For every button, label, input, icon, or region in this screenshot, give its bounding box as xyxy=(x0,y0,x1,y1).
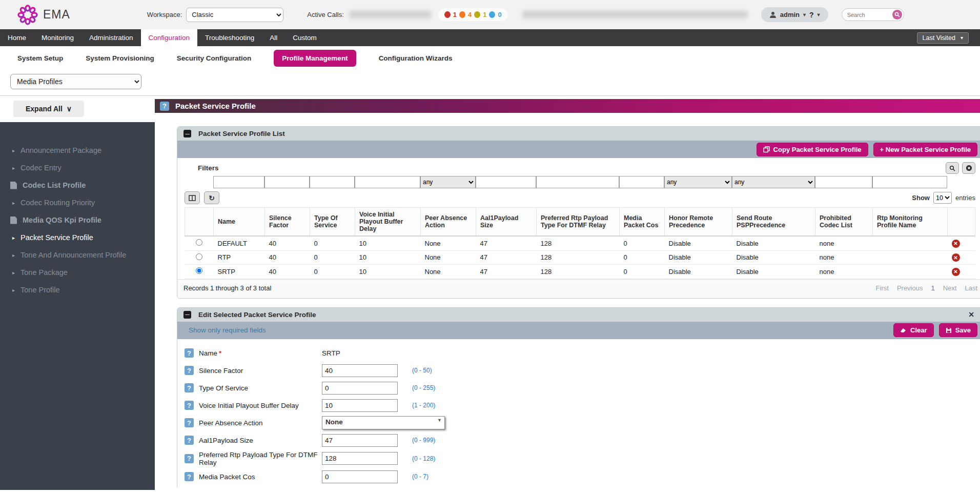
col-name[interactable]: Name xyxy=(214,208,265,237)
filter-voice-initial-input[interactable] xyxy=(355,176,420,188)
col-peer-absence[interactable]: Peer Absence Action xyxy=(421,208,476,237)
tab-configuration-wizards[interactable]: Configuration Wizards xyxy=(379,54,453,62)
page-last[interactable]: Last xyxy=(965,284,977,292)
user-menu[interactable]: admin ▾ ? ▾ xyxy=(761,7,828,22)
copy-packet-service-profile-button[interactable]: Copy Packet Service Profile xyxy=(757,143,868,156)
sidebar-item-media-qos-kpi-profile[interactable]: Media QOS Kpi Profile xyxy=(0,211,155,229)
sidebar-item-codec-entry[interactable]: ▸ Codec Entry xyxy=(0,159,155,176)
filter-name-input[interactable] xyxy=(213,176,264,188)
help-icon[interactable]: ? xyxy=(185,366,194,375)
filter-prohibited-codec-input[interactable] xyxy=(815,176,872,188)
help-caret-icon[interactable]: ▾ xyxy=(818,12,820,17)
sidebar-item-tone-and-announcement-profile[interactable]: ▸ Tone And Announcement Profile xyxy=(0,246,155,264)
help-icon[interactable]: ? xyxy=(185,436,194,445)
collapse-icon[interactable]: ─ xyxy=(183,311,191,319)
refresh-button[interactable]: ↻ xyxy=(204,191,219,204)
expand-all-button[interactable]: Expand All ∨ xyxy=(13,101,84,117)
help-icon[interactable]: ? xyxy=(185,418,194,427)
col-type-of-service[interactable]: Type Of Service xyxy=(310,208,355,237)
delete-row-icon[interactable]: ✕ xyxy=(952,240,960,248)
help-menu[interactable]: ? xyxy=(809,11,814,19)
sidebar-item-announcement-package[interactable]: ▸ Announcement Package xyxy=(0,142,155,159)
filter-rtp-monitoring-input[interactable] xyxy=(872,176,947,188)
col-preferred-rtp[interactable]: Preferred Rtp Payload Type For DTMF Rela… xyxy=(537,208,620,237)
delete-row-icon[interactable]: ✕ xyxy=(952,253,960,262)
row-select-radio[interactable] xyxy=(196,239,202,246)
page-next[interactable]: Next xyxy=(943,284,957,292)
global-search-input[interactable] xyxy=(847,12,892,18)
page-first[interactable]: First xyxy=(876,284,889,292)
profile-category-select[interactable]: Media Profiles xyxy=(10,74,141,89)
filter-type-of-service-input[interactable] xyxy=(310,176,355,188)
global-search-button[interactable] xyxy=(892,10,902,19)
table-row[interactable]: RTP 40 0 10 None 47 128 0 Disable Disabl… xyxy=(185,250,975,265)
tree-arrow-icon[interactable]: ▸ xyxy=(12,287,15,293)
tree-arrow-icon[interactable]: ▸ xyxy=(12,165,15,171)
filter-aal1payload-input[interactable] xyxy=(476,176,536,188)
nav-item-troubleshooting[interactable]: Troubleshooting xyxy=(197,29,262,46)
peer-absence-action-select[interactable]: None ▼ xyxy=(322,416,445,429)
preferred-rtp-payload-input[interactable] xyxy=(322,452,398,465)
type-of-service-input[interactable] xyxy=(322,382,398,395)
col-send-route[interactable]: Send Route PSPPrecedence xyxy=(732,208,815,237)
nav-item-monitoring[interactable]: Monitoring xyxy=(34,29,81,46)
tab-system-provisioning[interactable]: System Provisioning xyxy=(86,54,154,62)
last-visited-button[interactable]: Last Visited ▾ xyxy=(917,32,969,44)
tree-arrow-icon[interactable]: ▸ xyxy=(12,200,15,206)
tree-arrow-icon[interactable]: ▸ xyxy=(12,235,15,241)
close-icon[interactable]: ✕ xyxy=(968,310,976,319)
tree-arrow-icon[interactable]: ▸ xyxy=(12,270,15,275)
tab-security-configuration[interactable]: Security Configuration xyxy=(177,54,252,62)
collapse-icon[interactable]: ─ xyxy=(183,130,191,137)
aal1payload-size-input[interactable] xyxy=(322,434,398,447)
clear-filter-button[interactable] xyxy=(962,162,975,174)
save-button[interactable]: Save xyxy=(939,323,977,337)
nav-item-home[interactable]: Home xyxy=(0,29,34,46)
col-honor-remote[interactable]: Honor Remote Precedence xyxy=(665,208,732,237)
sidebar-item-packet-service-profile[interactable]: ▸ Packet Service Profile xyxy=(0,229,155,246)
tab-system-setup[interactable]: System Setup xyxy=(17,54,63,62)
help-icon[interactable]: ? xyxy=(185,401,194,410)
page-current[interactable]: 1 xyxy=(931,284,934,292)
tree-arrow-icon[interactable]: ▸ xyxy=(12,252,15,258)
help-icon[interactable]: ? xyxy=(185,454,194,463)
sidebar-item-tone-profile[interactable]: ▸ Tone Profile xyxy=(0,281,155,299)
filter-silence-factor-input[interactable] xyxy=(264,176,310,188)
col-silence-factor[interactable]: Silence Factor xyxy=(265,208,310,237)
help-icon[interactable]: ? xyxy=(185,383,194,392)
filter-honor-remote-select[interactable]: any xyxy=(664,176,732,188)
filter-peer-absence-select[interactable]: any xyxy=(420,176,476,188)
tree-arrow-icon[interactable]: ▸ xyxy=(12,148,15,153)
page-previous[interactable]: Previous xyxy=(897,284,923,292)
col-media-packet-cos[interactable]: Media Packet Cos xyxy=(620,208,665,237)
col-rtp-monitoring[interactable]: Rtp Monitoring Profile Name xyxy=(873,208,948,237)
nav-item-configuration[interactable]: Configuration xyxy=(141,29,197,46)
col-voice-initial[interactable]: Voice Initial Playout Buffer Delay xyxy=(355,208,421,237)
clear-button[interactable]: Clear xyxy=(893,323,934,337)
sidebar-item-tone-package[interactable]: ▸ Tone Package xyxy=(0,264,155,281)
table-row[interactable]: DEFAULT 40 0 10 None 47 128 0 Disable Di… xyxy=(185,236,975,250)
help-icon[interactable]: ? xyxy=(160,102,169,111)
filter-preferred-rtp-input[interactable] xyxy=(536,176,619,188)
silence-factor-input[interactable] xyxy=(322,364,398,377)
column-chooser-button[interactable] xyxy=(185,191,200,204)
help-icon[interactable]: ? xyxy=(185,472,194,481)
nav-item-custom[interactable]: Custom xyxy=(285,29,324,46)
apply-filter-button[interactable] xyxy=(946,162,959,174)
new-packet-service-profile-button[interactable]: + New Packet Service Profile xyxy=(873,143,977,156)
user-caret-icon[interactable]: ▾ xyxy=(803,12,806,17)
filter-media-packet-cos-input[interactable] xyxy=(619,176,664,188)
workspace-select[interactable]: Classic xyxy=(186,8,283,22)
show-required-fields-link[interactable]: Show only required fields xyxy=(189,326,266,334)
nav-item-administration[interactable]: Administration xyxy=(81,29,141,46)
nav-item-all[interactable]: All xyxy=(262,29,285,46)
tab-profile-management[interactable]: Profile Management xyxy=(274,50,356,67)
filter-send-route-select[interactable]: any xyxy=(732,176,815,188)
row-select-radio[interactable] xyxy=(196,253,202,260)
table-row[interactable]: SRTP 40 0 10 None 47 128 0 Disable Disab… xyxy=(185,265,975,279)
alarm-status-pill[interactable]: 1 4 1 0 xyxy=(438,8,508,21)
help-icon[interactable]: ? xyxy=(185,348,194,358)
voice-initial-playout-input[interactable] xyxy=(322,399,398,412)
sidebar-item-codec-list-profile[interactable]: Codec List Profile xyxy=(0,176,155,194)
sidebar-item-codec-routing-priority[interactable]: ▸ Codec Routing Priority xyxy=(0,194,155,211)
